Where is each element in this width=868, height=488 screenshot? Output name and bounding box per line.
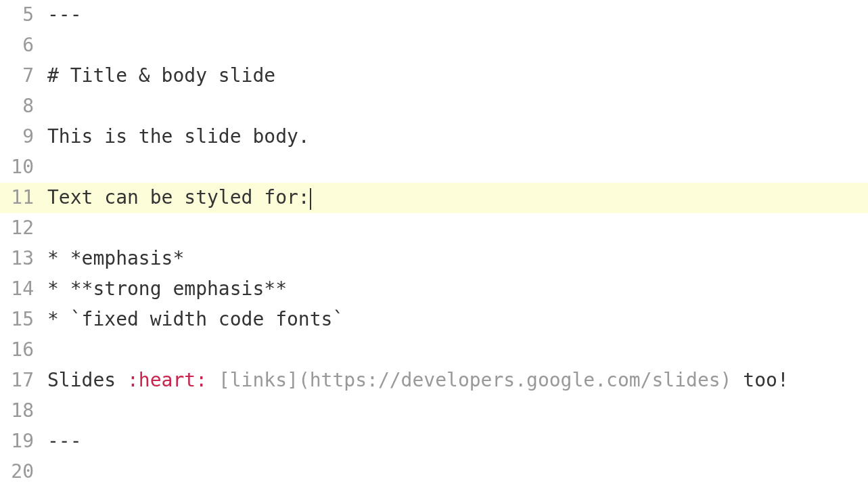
line-content[interactable]: Slides :heart: [links](https://developer… [47,365,868,396]
line-number: 11 [0,183,47,213]
line-number: 10 [0,152,47,183]
text-segment: Slides [47,369,127,391]
line-content[interactable]: --- [47,0,868,30]
line-number: 12 [0,213,47,244]
editor-line[interactable]: 5--- [0,0,868,30]
text-segment: * `fixed width code fonts` [47,308,344,330]
line-content[interactable]: * `fixed width code fonts` [47,305,868,335]
text-segment: --- [47,3,82,26]
editor-line[interactable]: 7# Title & body slide [0,61,868,91]
editor-line[interactable]: 19--- [0,426,868,457]
editor-line[interactable]: 11Text can be styled for: [0,183,868,213]
line-number: 18 [0,396,47,426]
line-number: 13 [0,244,47,274]
text-segment: :heart: [127,369,207,391]
text-segment: * *emphasis* [47,247,184,269]
line-number: 17 [0,365,47,396]
editor-line[interactable]: 6 [0,30,868,61]
text-segment: [links](https://developers.google.com/sl… [219,369,732,391]
text-segment: # Title & body slide [47,64,275,87]
line-number: 14 [0,274,47,305]
code-editor[interactable]: 5---67# Title & body slide89This is the … [0,0,868,487]
text-segment: * **strong emphasis** [47,278,287,300]
line-content[interactable]: * *emphasis* [47,244,868,274]
editor-line[interactable]: 13* *emphasis* [0,244,868,274]
text-segment: Text can be styled for: [47,186,310,208]
text-segment: too! [731,369,788,391]
line-content[interactable]: Text can be styled for: [47,183,868,213]
editor-line[interactable]: 15* `fixed width code fonts` [0,305,868,335]
line-number: 20 [0,457,47,487]
line-content[interactable]: This is the slide body. [47,122,868,152]
line-number: 16 [0,335,47,365]
editor-line[interactable]: 9This is the slide body. [0,122,868,152]
line-number: 19 [0,426,47,457]
line-number: 5 [0,0,47,30]
editor-line[interactable]: 14* **strong emphasis** [0,274,868,305]
line-number: 9 [0,122,47,152]
text-segment [207,369,219,391]
editor-line[interactable]: 18 [0,396,868,426]
line-content[interactable]: --- [47,426,868,457]
line-number: 7 [0,61,47,91]
line-content[interactable]: # Title & body slide [47,61,868,91]
line-number: 8 [0,91,47,122]
line-number: 6 [0,30,47,61]
editor-line[interactable]: 8 [0,91,868,122]
text-segment: --- [47,430,82,452]
editor-line[interactable]: 17Slides :heart: [links](https://develop… [0,365,868,396]
editor-line[interactable]: 10 [0,152,868,183]
line-number: 15 [0,305,47,335]
text-segment: This is the slide body. [47,125,310,148]
editor-line[interactable]: 20 [0,457,868,487]
editor-line[interactable]: 12 [0,213,868,244]
line-content[interactable]: * **strong emphasis** [47,274,868,305]
editor-line[interactable]: 16 [0,335,868,365]
text-cursor [310,188,311,210]
